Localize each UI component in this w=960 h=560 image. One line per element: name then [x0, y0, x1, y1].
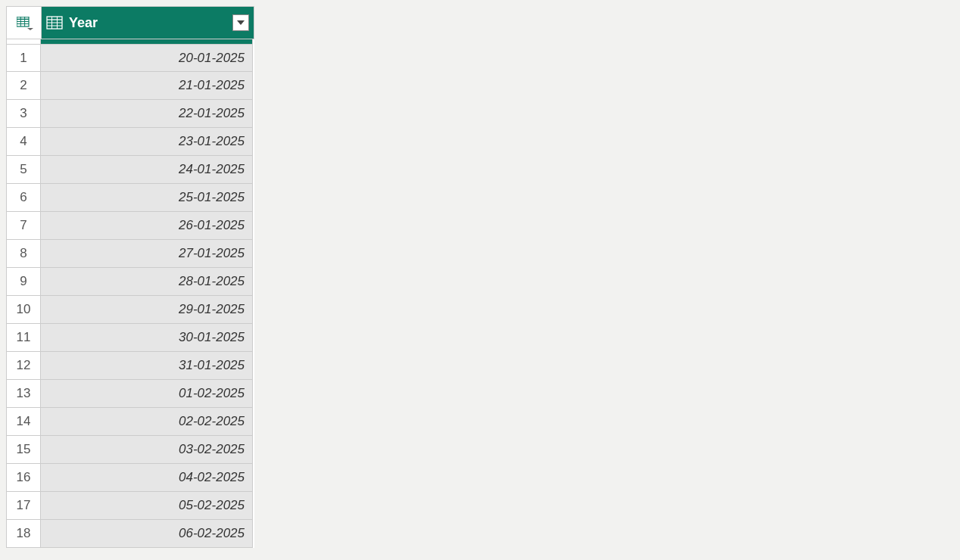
table-row[interactable]: 1130-01-2025 [6, 324, 254, 352]
row-number[interactable]: 15 [6, 436, 41, 464]
chevron-down-icon [236, 20, 245, 26]
row-number[interactable]: 12 [6, 352, 41, 380]
table-row[interactable]: 1806-02-2025 [6, 520, 254, 548]
data-cell[interactable]: 05-02-2025 [41, 492, 253, 520]
row-number[interactable]: 7 [6, 212, 41, 240]
table-row[interactable]: 1604-02-2025 [6, 464, 254, 492]
data-cell[interactable]: 21-01-2025 [41, 72, 253, 100]
table-row[interactable]: 1402-02-2025 [6, 408, 254, 436]
table-row[interactable]: 322-01-2025 [6, 100, 254, 128]
table-row[interactable]: 120-01-2025 [6, 44, 254, 72]
header-row: Year [6, 6, 254, 39]
table-row[interactable]: 524-01-2025 [6, 156, 254, 184]
data-cell[interactable]: 02-02-2025 [41, 408, 253, 436]
row-number[interactable]: 17 [6, 492, 41, 520]
table-row[interactable]: 1503-02-2025 [6, 436, 254, 464]
data-cell[interactable]: 22-01-2025 [41, 100, 253, 128]
row-number[interactable]: 3 [6, 100, 41, 128]
table-row[interactable]: 726-01-2025 [6, 212, 254, 240]
table-row[interactable]: 827-01-2025 [6, 240, 254, 268]
svg-marker-14 [237, 20, 245, 25]
data-cell[interactable]: 25-01-2025 [41, 184, 253, 212]
data-cell[interactable]: 29-01-2025 [41, 296, 253, 324]
row-number[interactable]: 10 [6, 296, 41, 324]
table-row[interactable]: 423-01-2025 [6, 128, 254, 156]
svg-rect-6 [17, 17, 29, 20]
data-cell[interactable]: 27-01-2025 [41, 240, 253, 268]
column-header-year[interactable]: Year [42, 7, 254, 39]
table-row[interactable]: 625-01-2025 [6, 184, 254, 212]
table-row[interactable]: 1705-02-2025 [6, 492, 254, 520]
row-number[interactable]: 16 [6, 464, 41, 492]
row-number[interactable]: 5 [6, 156, 41, 184]
data-cell[interactable]: 31-01-2025 [41, 352, 253, 380]
filter-dropdown-button[interactable] [232, 14, 249, 31]
table-row[interactable]: 1231-01-2025 [6, 352, 254, 380]
row-number[interactable]: 6 [6, 184, 41, 212]
table-row[interactable]: 928-01-2025 [6, 268, 254, 296]
table-icon [17, 17, 32, 29]
table-row[interactable]: 1029-01-2025 [6, 296, 254, 324]
row-number[interactable]: 18 [6, 520, 41, 548]
data-cell[interactable]: 23-01-2025 [41, 128, 253, 156]
data-cell[interactable]: 24-01-2025 [41, 156, 253, 184]
row-number[interactable]: 1 [6, 44, 41, 72]
row-number[interactable]: 11 [6, 324, 41, 352]
row-number[interactable]: 2 [6, 72, 41, 100]
row-number[interactable]: 13 [6, 380, 41, 408]
table-row[interactable]: 221-01-2025 [6, 72, 254, 100]
column-header-label: Year [69, 15, 232, 31]
data-cell[interactable]: 04-02-2025 [41, 464, 253, 492]
data-cell[interactable]: 03-02-2025 [41, 436, 253, 464]
row-number[interactable]: 9 [6, 268, 41, 296]
data-cell[interactable]: 06-02-2025 [41, 520, 253, 548]
select-all-corner[interactable] [7, 7, 42, 39]
svg-marker-7 [27, 28, 33, 30]
data-table: Year 120-01-2025221-01-2025322-01-202542… [6, 6, 254, 548]
date-column-icon [46, 16, 63, 30]
row-number[interactable]: 14 [6, 408, 41, 436]
row-number[interactable]: 8 [6, 240, 41, 268]
table-row[interactable]: 1301-02-2025 [6, 380, 254, 408]
data-cell[interactable]: 28-01-2025 [41, 268, 253, 296]
data-cell[interactable]: 26-01-2025 [41, 212, 253, 240]
data-cell[interactable]: 30-01-2025 [41, 324, 253, 352]
data-cell[interactable]: 20-01-2025 [41, 44, 253, 72]
rows-container: 120-01-2025221-01-2025322-01-2025423-01-… [6, 44, 254, 548]
row-number[interactable]: 4 [6, 128, 41, 156]
data-cell[interactable]: 01-02-2025 [41, 380, 253, 408]
